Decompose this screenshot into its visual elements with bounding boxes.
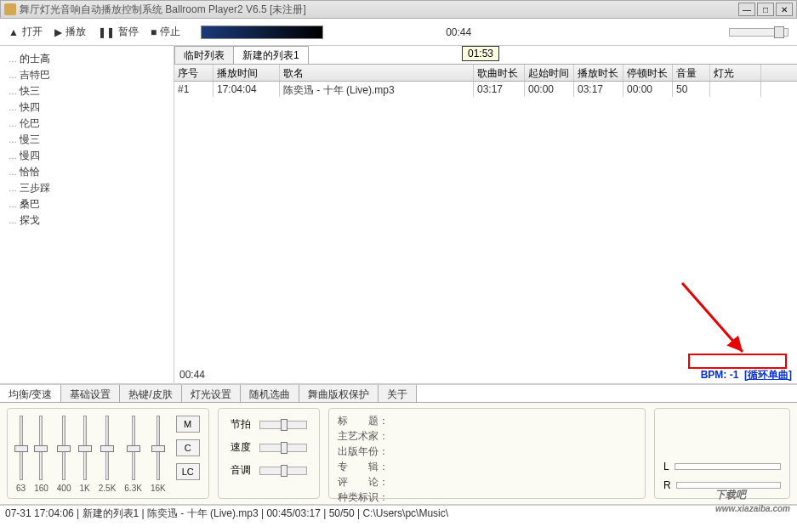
playlist-body[interactable]: #1 17:04:04 陈奕迅 - 十年 (Live).mp3 03:17 00…: [174, 82, 797, 366]
maximize-button[interactable]: □: [757, 3, 774, 16]
playlist-content: 临时列表 新建的列表1 01:53 序号 播放时间 歌名 歌曲时长 起始时间 播…: [174, 46, 797, 383]
sidebar-item[interactable]: 探戈: [9, 212, 174, 229]
window-title: 舞厅灯光音响自动播放控制系统 Ballroom Player2 V6.5 [未注…: [20, 3, 738, 17]
col-light[interactable]: 灯光: [710, 65, 761, 81]
progress-bar[interactable]: [201, 25, 323, 39]
progress-fill: [202, 26, 322, 38]
app-icon: [4, 3, 16, 15]
l-meter: [675, 463, 781, 470]
equalizer: 63 160 400 1K 2.5K 6.3K 16K M C LC: [7, 408, 209, 499]
col-pause[interactable]: 停顿时长: [623, 65, 673, 81]
btab-basic[interactable]: 基础设置: [61, 385, 120, 402]
eq-band-160: 160: [34, 416, 48, 496]
time-row: 00:44 BPM: -1 [循环单曲]: [174, 366, 797, 383]
playlist-header: 序号 播放时间 歌名 歌曲时长 起始时间 播放时长 停顿时长 音量 灯光: [174, 65, 797, 82]
sidebar-item[interactable]: 的士高: [9, 51, 174, 67]
play-icon: ▶: [54, 26, 62, 38]
open-icon: ▲: [9, 26, 19, 38]
eq-band-2-5k: 2.5K: [99, 416, 117, 496]
eq-sliders: 63 160 400 1K 2.5K 6.3K 16K: [16, 416, 166, 496]
col-volume[interactable]: 音量: [673, 65, 710, 81]
col-index[interactable]: 序号: [174, 65, 213, 81]
beat-label: 节拍: [231, 417, 251, 432]
sidebar-item[interactable]: 快三: [9, 83, 174, 99]
playback-time: 00:44: [446, 26, 471, 38]
close-button[interactable]: ✕: [776, 3, 793, 16]
volume-slider[interactable]: [729, 28, 788, 37]
sidebar-item[interactable]: 三步踩: [9, 180, 174, 196]
table-row[interactable]: #1 17:04:04 陈奕迅 - 十年 (Live).mp3 03:17 00…: [174, 82, 797, 97]
sidebar-item[interactable]: 吉特巴: [9, 67, 174, 83]
eq-band-400: 400: [57, 416, 71, 496]
btab-light[interactable]: 灯光设置: [182, 385, 241, 402]
btab-random[interactable]: 随机选曲: [241, 385, 299, 402]
sidebar-item[interactable]: 恰恰: [9, 164, 174, 180]
tone-label: 音调: [231, 463, 251, 478]
pause-icon: ❚❚: [98, 26, 115, 38]
col-playlen[interactable]: 播放时长: [574, 65, 623, 81]
bpm-label: BPM: -1: [701, 369, 739, 381]
bottom-tabs: 均衡/变速 基础设置 热键/皮肤 灯光设置 随机选曲 舞曲版权保护 关于: [0, 384, 797, 403]
eq-buttons: M C LC: [176, 416, 200, 496]
eq-band-1k: 1K: [80, 416, 90, 496]
col-playtime[interactable]: 播放时间: [213, 65, 280, 81]
toolbar: ▲打开 ▶播放 ❚❚暂停 ■停止 00:44: [0, 19, 797, 46]
eq-m-button[interactable]: M: [176, 416, 200, 433]
r-label: R: [663, 479, 671, 491]
sidebar-item[interactable]: 桑巴: [9, 196, 174, 212]
metadata-box: 标 题： 主艺术家： 出版年份： 专 辑： 评 论： 种类标识：: [328, 408, 646, 499]
tab-temp[interactable]: 临时列表: [174, 46, 234, 64]
title-bar: 舞厅灯光音响自动播放控制系统 Ballroom Player2 V6.5 [未注…: [0, 0, 797, 19]
col-duration[interactable]: 歌曲时长: [474, 65, 525, 81]
eq-lc-button[interactable]: LC: [176, 463, 200, 480]
sidebar-item[interactable]: 慢三: [9, 132, 174, 148]
pause-button[interactable]: ❚❚暂停: [98, 25, 139, 39]
eq-panel: 63 160 400 1K 2.5K 6.3K 16K M C LC 节拍 速度…: [0, 403, 797, 505]
time-tooltip: 01:53: [462, 46, 499, 61]
btab-copyright[interactable]: 舞曲版权保护: [299, 385, 379, 402]
r-meter: [676, 482, 781, 489]
volume-thumb[interactable]: [774, 26, 784, 38]
speed-label: 速度: [231, 440, 251, 455]
stop-icon: ■: [151, 26, 157, 38]
eq-band-63: 63: [16, 416, 26, 496]
col-songname[interactable]: 歌名: [280, 65, 474, 81]
minimize-button[interactable]: —: [738, 3, 755, 16]
main-area: 的士高 吉特巴 快三 快四 伦巴 慢三 慢四 恰恰 三步踩 桑巴 探戈 临时列表…: [0, 46, 797, 384]
eq-band-16k: 16K: [151, 416, 166, 496]
eq-band-6-3k: 6.3K: [124, 416, 142, 496]
current-time: 00:44: [179, 369, 205, 381]
l-label: L: [663, 461, 669, 473]
sidebar-item[interactable]: 伦巴: [9, 116, 174, 132]
status-text: 07-31 17:04:06 | 新建的列表1 | 陈奕迅 - 十年 (Live…: [5, 507, 448, 521]
tempo-box: 节拍 速度 音调: [218, 408, 320, 499]
col-start[interactable]: 起始时间: [525, 65, 574, 81]
speed-slider[interactable]: [259, 444, 307, 452]
btab-about[interactable]: 关于: [379, 385, 417, 402]
eq-c-button[interactable]: C: [176, 439, 200, 456]
loop-mode-link[interactable]: [循环单曲]: [744, 369, 792, 381]
btab-eq[interactable]: 均衡/变速: [0, 385, 61, 402]
bpm-area: BPM: -1 [循环单曲]: [701, 368, 792, 382]
lr-balance: L R: [654, 408, 790, 499]
btab-hotkey[interactable]: 热键/皮肤: [120, 385, 181, 402]
stop-button[interactable]: ■停止: [151, 25, 180, 39]
tone-slider[interactable]: [259, 467, 307, 475]
play-button[interactable]: ▶播放: [54, 25, 86, 39]
beat-slider[interactable]: [259, 421, 307, 429]
open-button[interactable]: ▲打开: [9, 25, 43, 39]
sidebar-item[interactable]: 慢四: [9, 148, 174, 164]
tab-new1[interactable]: 新建的列表1: [233, 46, 309, 64]
playlist-tabs: 临时列表 新建的列表1 01:53: [174, 46, 797, 65]
status-bar: 07-31 17:04:06 | 新建的列表1 | 陈奕迅 - 十年 (Live…: [0, 505, 797, 522]
genre-sidebar: 的士高 吉特巴 快三 快四 伦巴 慢三 慢四 恰恰 三步踩 桑巴 探戈: [0, 46, 174, 383]
sidebar-item[interactable]: 快四: [9, 99, 174, 116]
